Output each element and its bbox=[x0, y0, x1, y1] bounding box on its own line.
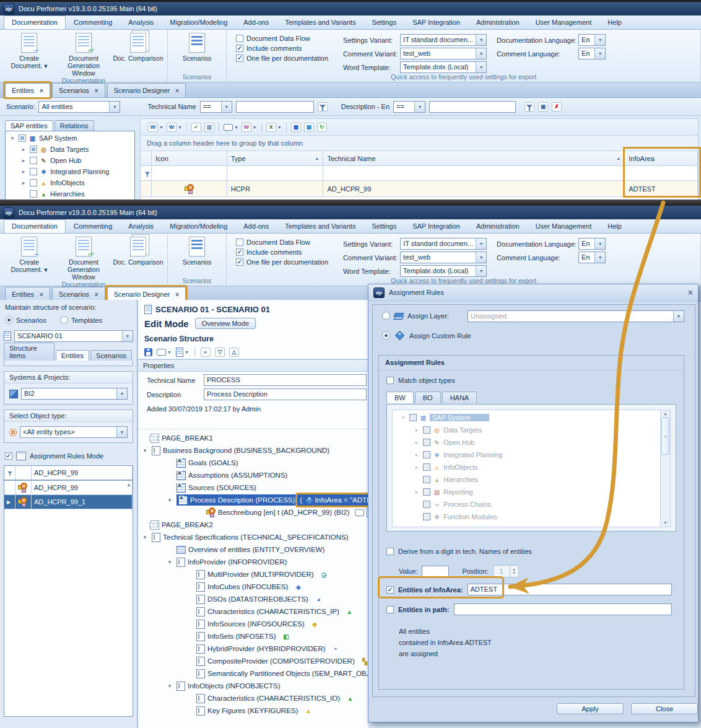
ribbon-button-scenarios[interactable]: Scenarios bbox=[170, 235, 224, 266]
tab-scenarios[interactable]: Scenarios× bbox=[52, 83, 105, 97]
structure-item-characteristics-characteristics-ip-[interactable]: Characteristics (CHARACTERISTICS_IP)▲ bbox=[138, 605, 368, 618]
scenario-combo[interactable]: All entities ▼ bbox=[38, 101, 120, 113]
filter-cell[interactable] bbox=[625, 166, 698, 181]
caret-icon[interactable]: ▸ bbox=[412, 439, 421, 445]
filter-cell[interactable] bbox=[227, 166, 324, 181]
caret-icon[interactable]: ▾ bbox=[165, 559, 174, 565]
scroll-up-icon[interactable]: ▲ bbox=[126, 482, 131, 488]
menu-help[interactable]: Help bbox=[599, 219, 630, 233]
menu-administration[interactable]: Administration bbox=[468, 219, 528, 233]
object-type-process-chains[interactable]: ∞Process Chains bbox=[393, 498, 660, 511]
scenario-select-combo[interactable]: SCENARIO 01 ▼ bbox=[14, 330, 133, 342]
refresh-button[interactable]: ↻ bbox=[316, 120, 328, 134]
menu-add-ons[interactable]: Add-ons bbox=[235, 15, 277, 29]
menu-analysis[interactable]: Analysis bbox=[120, 219, 162, 233]
chevron-down-icon[interactable]: ▼ bbox=[253, 125, 257, 129]
comment-button[interactable]: ▼ bbox=[222, 120, 240, 134]
scroll-down-icon[interactable]: ▼ bbox=[663, 520, 668, 525]
save-button[interactable] bbox=[143, 345, 154, 359]
structure-item-key-figures-keyfigures-[interactable]: Key Figures (KEYFIGURES)▲ bbox=[138, 704, 368, 717]
chevron-down-icon[interactable]: ▼ bbox=[234, 125, 238, 129]
close-icon[interactable]: × bbox=[688, 287, 693, 297]
comment-language-combo[interactable]: En▼ bbox=[578, 252, 606, 263]
value-input[interactable] bbox=[422, 566, 449, 577]
excel-button[interactable]: X▼ bbox=[265, 120, 283, 134]
tab-hana[interactable]: HANA bbox=[442, 392, 477, 403]
caret-icon[interactable]: ▸ bbox=[19, 157, 28, 164]
structure-item-goals-goals-[interactable]: Goals (GOALS) bbox=[138, 457, 368, 469]
chevron-down-icon[interactable]: ▼ bbox=[109, 102, 120, 112]
stepper-arrows-icon[interactable]: ▲▼ bbox=[510, 566, 518, 577]
apply-button[interactable]: Apply bbox=[557, 703, 624, 714]
menu-templates-and-variants[interactable]: Templates and Variants bbox=[277, 15, 364, 29]
caret-icon[interactable]: ▸ bbox=[412, 464, 421, 470]
menu-settings[interactable]: Settings bbox=[364, 15, 404, 29]
settings-variant-combo[interactable]: IT standard documen...▼ bbox=[400, 34, 487, 46]
name-operator-combo[interactable]: == ▼ bbox=[200, 101, 232, 113]
structure-item-dsos-datastoreobjects-[interactable]: DSOs (DATASTOREOBJECTS)◕ bbox=[138, 593, 368, 605]
tab-scenario-designer[interactable]: Scenario Designer× bbox=[107, 287, 186, 301]
word-template-combo[interactable]: Template.dotx (Local)▼ bbox=[400, 61, 487, 73]
ribbon-toggle-include-comments[interactable]: ✓Include comments bbox=[236, 45, 328, 52]
ribbon-toggle-one-file-per-documentation[interactable]: ✓One file per documentation bbox=[236, 258, 328, 266]
layer-combo[interactable]: Unassigned ▼ bbox=[468, 310, 684, 322]
caret-icon[interactable]: ▸ bbox=[19, 169, 28, 175]
chevron-down-icon[interactable]: ▼ bbox=[116, 388, 127, 399]
word-translate-button[interactable]: W▼ bbox=[240, 120, 258, 134]
menu-sap-integration[interactable]: SAP Integration bbox=[404, 219, 468, 233]
chevron-down-icon[interactable]: ▼ bbox=[116, 427, 127, 437]
ribbon-button-create-document[interactable]: CreateDocument. ▾ bbox=[2, 235, 56, 273]
structure-item-page-break2[interactable]: PAGE_BREAK2 bbox=[138, 519, 368, 531]
column-header-technical-name[interactable]: Technical Name▲ bbox=[323, 151, 625, 166]
documentation-language-combo[interactable]: En▼ bbox=[578, 238, 606, 250]
chevron-down-icon[interactable]: ▼ bbox=[594, 239, 605, 249]
filter-check-button[interactable]: ✓ bbox=[190, 120, 202, 134]
ribbon-toggle-include-comments[interactable]: ✓Include comments bbox=[236, 248, 328, 256]
structure-item-infosets-infosets-[interactable]: InfoSets (INFOSETS)◧ bbox=[138, 630, 368, 642]
chevron-down-icon[interactable]: ▼ bbox=[159, 125, 163, 129]
tree-item-sap-system[interactable]: ▾▥SAP System bbox=[6, 133, 134, 144]
ribbon-toggle-document-data-flow[interactable]: Document Data Flow bbox=[236, 35, 328, 42]
object-type-hierarchies[interactable]: ▲Hierarchies bbox=[393, 473, 660, 486]
structure-item-assumptions-assumptions-[interactable]: Assumptions (ASSUMPTIONS) bbox=[138, 469, 368, 481]
chevron-down-icon[interactable]: ▼ bbox=[476, 266, 486, 276]
apply-filter-button[interactable] bbox=[525, 102, 534, 112]
chevron-down-icon[interactable]: ▼ bbox=[178, 125, 182, 129]
chevron-down-icon[interactable]: ▼ bbox=[476, 35, 486, 45]
tab-sap-entities[interactable]: SAP entities bbox=[5, 120, 53, 131]
tree-item-data-targets[interactable]: ▸◎Data Targets bbox=[6, 144, 134, 155]
chevron-down-icon[interactable]: ▼ bbox=[122, 331, 133, 341]
chevron-down-icon[interactable]: ▼ bbox=[167, 350, 172, 354]
close-icon[interactable]: × bbox=[40, 87, 43, 94]
assign-custom-rule-option[interactable]: Assign Custom Rule bbox=[382, 331, 471, 340]
comment-variant-combo[interactable]: test_web▼ bbox=[400, 252, 487, 263]
tab-entities[interactable]: Entities× bbox=[5, 83, 50, 97]
tab-relations[interactable]: Relations bbox=[54, 120, 94, 131]
filter-panel-button[interactable]: ▣ bbox=[538, 102, 548, 112]
structure-item-overview-of-entities-entity-overview-[interactable]: Overview of entities (ENTITY_OVERVIEW) bbox=[138, 543, 368, 556]
scroll-up-icon[interactable]: ▲ bbox=[663, 411, 668, 416]
ribbon-button-doc-comparison[interactable]: Doc. Comparison bbox=[111, 31, 165, 62]
tree-item-integrated-planning[interactable]: ▸❖Integrated Planning bbox=[6, 166, 134, 177]
grid-export-button[interactable]: ▦ bbox=[303, 120, 315, 134]
technical-name-input[interactable]: PROCESS bbox=[204, 374, 367, 386]
structure-item-sources-sources-[interactable]: Sources (SOURCES) bbox=[138, 481, 368, 494]
chevron-down-icon[interactable]: ▼ bbox=[594, 48, 605, 59]
caret-icon[interactable]: ▾ bbox=[165, 683, 174, 689]
structure-item-multiprovider-multiprovider-[interactable]: MultiProvider (MULTIPROVIDER)◶ bbox=[138, 568, 368, 581]
chevron-down-icon[interactable]: ▼ bbox=[221, 102, 232, 112]
chevron-down-icon[interactable]: ▼ bbox=[594, 252, 605, 263]
settings-variant-combo[interactable]: IT standard documen...▼ bbox=[400, 238, 487, 250]
structure-item-process-description-process-[interactable]: ▾Process Description (PROCESS)( InfoArea… bbox=[138, 494, 368, 506]
documentation-language-combo[interactable]: En▼ bbox=[578, 34, 606, 46]
menu-help[interactable]: Help bbox=[599, 15, 630, 29]
copy-button[interactable]: ▼ bbox=[175, 345, 190, 359]
chevron-down-icon[interactable]: ▼ bbox=[414, 102, 425, 112]
desc-filter-input[interactable] bbox=[429, 101, 516, 113]
filter-cell[interactable] bbox=[152, 166, 227, 181]
tab-entities[interactable]: Entities bbox=[56, 350, 89, 361]
infoarea-input[interactable]: ADTEST bbox=[468, 584, 672, 595]
menu-user-management[interactable]: User Management bbox=[528, 219, 600, 233]
menu-sap-integration[interactable]: SAP Integration bbox=[404, 15, 468, 29]
chevron-down-icon[interactable]: ▼ bbox=[476, 239, 486, 249]
